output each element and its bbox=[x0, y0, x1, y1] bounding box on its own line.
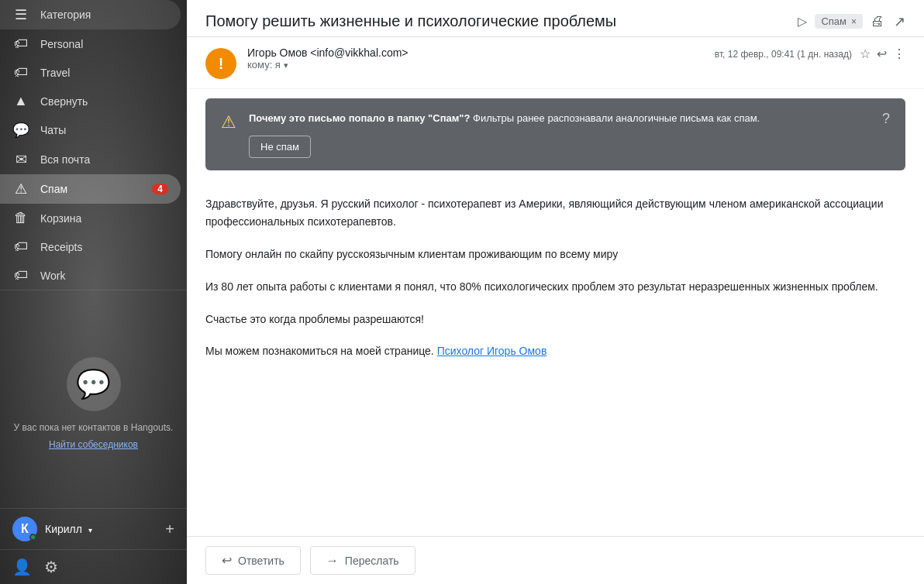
spam-tag-close[interactable]: × bbox=[851, 16, 857, 27]
sidebar-icon-receipts: 🏷 bbox=[12, 239, 29, 255]
spam-warn-content: Почему это письмо попало в папку "Спам"?… bbox=[249, 111, 870, 158]
sender-to[interactable]: кому: я ▾ bbox=[247, 59, 704, 70]
sidebar-label-work: Work bbox=[40, 270, 168, 282]
sidebar-icon-spam: ⚠ bbox=[12, 180, 29, 198]
sidebar-item-svern[interactable]: ▲ Свернуть bbox=[0, 87, 181, 115]
sidebar-item-spam[interactable]: ⚠ Спам 4 bbox=[0, 174, 181, 204]
sidebar-item-korzina[interactable]: 🗑 Корзина bbox=[0, 204, 181, 232]
sidebar-item-vsya-pochta[interactable]: ✉ Вся почта bbox=[0, 145, 181, 174]
more-options-icon[interactable]: ⋮ bbox=[893, 46, 905, 61]
sender-row: ! Игорь Омов <info@vikkhal.com> кому: я … bbox=[187, 37, 924, 89]
sidebar-item-work[interactable]: 🏷 Work bbox=[0, 261, 181, 290]
bottom-bar: 👤 ⚙ bbox=[0, 549, 187, 584]
sidebar-icon-vsya-pochta: ✉ bbox=[12, 151, 29, 168]
sidebar-item-kategoria[interactable]: ☰ Категория bbox=[0, 0, 181, 29]
body-paragraph-5: Мы можем познакомиться на моей странице.… bbox=[205, 342, 905, 361]
sidebar-label-receipts: Receipts bbox=[40, 241, 168, 253]
user-name[interactable]: Кирилл ▾ bbox=[45, 523, 157, 535]
forward-icon: ▷ bbox=[798, 14, 807, 29]
psychologist-link[interactable]: Психолог Игорь Омов bbox=[437, 345, 547, 357]
email-body: Здравствуйте, друзья. Я русский психолог… bbox=[187, 180, 924, 537]
hangouts-find-link[interactable]: Найти собеседников bbox=[49, 439, 138, 450]
header-actions: 🖨 ↗ bbox=[871, 13, 905, 30]
reply-header-icon[interactable]: ↩ bbox=[877, 46, 887, 61]
spam-tag-label: Спам bbox=[821, 15, 846, 27]
spam-warn-text: Почему это письмо попало в папку "Спам"?… bbox=[249, 111, 870, 126]
sidebar-label-chaty: Чаты bbox=[40, 124, 168, 136]
forward-btn-icon: → bbox=[326, 554, 339, 568]
sidebar-label-kategoria: Категория bbox=[40, 9, 168, 21]
sender-info: Игорь Омов <info@vikkhal.com> кому: я ▾ bbox=[247, 46, 704, 70]
online-dot bbox=[29, 534, 36, 541]
body-paragraph-1: Здравствуйте, друзья. Я русский психолог… bbox=[205, 195, 905, 232]
forward-button[interactable]: → Переслать bbox=[310, 546, 415, 575]
sidebar-icon-chaty: 💬 bbox=[12, 122, 29, 139]
reply-btn-icon: ↩ bbox=[222, 553, 232, 568]
email-header: Помогу решить жизненные и психологически… bbox=[187, 0, 924, 37]
add-account-button[interactable]: + bbox=[165, 520, 174, 538]
spam-warning-banner: ⚠ Почему это письмо попало в папку "Спам… bbox=[205, 98, 905, 170]
sidebar-item-chaty[interactable]: 💬 Чаты bbox=[0, 115, 181, 145]
sidebar-item-travel[interactable]: 🏷 Travel bbox=[0, 58, 181, 87]
settings-icon[interactable]: ⚙ bbox=[44, 558, 58, 576]
sidebar-icon-korzina: 🗑 bbox=[12, 210, 29, 226]
spam-tag: Спам × bbox=[815, 14, 863, 29]
print-icon[interactable]: 🖨 bbox=[871, 13, 884, 29]
forward-btn-label: Переслать bbox=[345, 555, 399, 567]
avatar: К bbox=[12, 517, 37, 541]
sidebar-label-korzina: Корзина bbox=[40, 212, 168, 225]
reply-button[interactable]: ↩ Ответить bbox=[205, 546, 301, 575]
spam-warn-icon: ⚠ bbox=[221, 112, 236, 132]
sidebar-badge-spam: 4 bbox=[152, 184, 168, 194]
sender-action-icons: ☆ ↩ ⋮ bbox=[860, 46, 905, 61]
body-paragraph-2: Помогу онлайн по скайпу русскоязычным кл… bbox=[205, 246, 905, 264]
main-content: Помогу решить жизненные и психологически… bbox=[187, 0, 924, 584]
body-paragraph-4: Счастье это когда проблемы разрешаются! bbox=[205, 311, 905, 329]
sidebar-icon-svern: ▲ bbox=[12, 93, 29, 109]
not-spam-button[interactable]: Не спам bbox=[249, 136, 311, 158]
sender-date: вт, 12 февр., 09:41 (1 дн. назад) bbox=[715, 49, 852, 60]
sender-name-label: Игорь Омов <info@vikkhal.com> bbox=[247, 46, 409, 59]
sidebar-item-receipts[interactable]: 🏷 Receipts bbox=[0, 232, 181, 261]
reply-btn-label: Ответить bbox=[238, 555, 284, 567]
sidebar-icon-travel: 🏷 bbox=[12, 64, 29, 81]
sidebar-label-vsya-pochta: Вся почта bbox=[40, 153, 168, 166]
sidebar-icon-personal: 🏷 bbox=[12, 36, 29, 52]
user-row: К Кирилл ▾ + bbox=[0, 508, 187, 549]
sender-avatar: ! bbox=[205, 48, 236, 79]
email-footer: ↩ Ответить → Переслать bbox=[187, 536, 924, 584]
sidebar: ☰ Категория 🏷 Personal 🏷 Travel ▲ Сверну… bbox=[0, 0, 187, 584]
star-icon[interactable]: ☆ bbox=[860, 46, 871, 61]
hangouts-icon: 💬 bbox=[67, 357, 121, 411]
sidebar-icon-kategoria: ☰ bbox=[12, 6, 29, 23]
sidebar-label-travel: Travel bbox=[40, 67, 168, 79]
sender-meta: вт, 12 февр., 09:41 (1 дн. назад) ☆ ↩ ⋮ bbox=[715, 46, 905, 61]
body-paragraph-3: Из 80 лет опыта работы с клиентами я пон… bbox=[205, 278, 905, 297]
sidebar-icon-work: 🏷 bbox=[12, 267, 29, 283]
sidebar-item-personal[interactable]: 🏷 Personal bbox=[0, 29, 181, 58]
sidebar-label-spam: Спам bbox=[40, 183, 141, 195]
sidebar-label-personal: Personal bbox=[40, 38, 168, 50]
person-icon[interactable]: 👤 bbox=[12, 558, 32, 576]
hangouts-text: У вас пока нет контактов в Hangouts. bbox=[14, 421, 174, 435]
hangouts-section: 💬 У вас пока нет контактов в Hangouts. Н… bbox=[0, 290, 187, 508]
spam-help-icon[interactable]: ? bbox=[882, 111, 890, 127]
external-link-icon[interactable]: ↗ bbox=[894, 13, 905, 30]
sidebar-label-svern: Свернуть bbox=[40, 95, 168, 108]
email-subject: Помогу решить жизненные и психологически… bbox=[205, 12, 790, 30]
